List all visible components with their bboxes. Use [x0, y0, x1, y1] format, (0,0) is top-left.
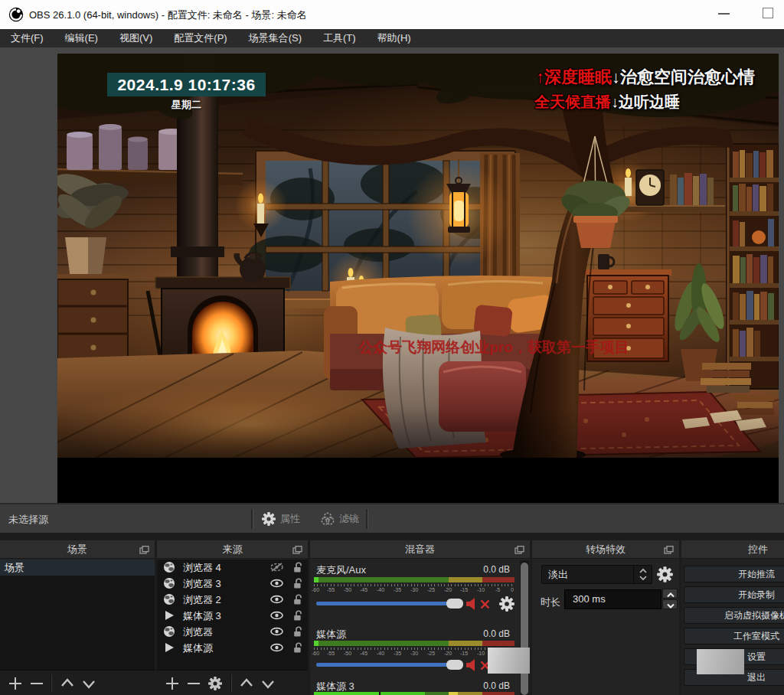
duration-increment-button[interactable]: [662, 589, 678, 599]
meter-tick-label: -40: [377, 587, 384, 592]
visibility-icon[interactable]: [270, 594, 283, 605]
mute-speaker-icon[interactable]: [465, 597, 480, 611]
source-row[interactable]: 浏览器 4: [157, 560, 308, 576]
unlock-icon[interactable]: [292, 642, 304, 654]
menu-file[interactable]: 文件(F): [0, 29, 54, 47]
remove-scene-button[interactable]: [29, 676, 44, 691]
start-recording-button[interactable]: 开始录制: [684, 586, 784, 603]
source-down-button[interactable]: [260, 676, 276, 691]
scene-list-item[interactable]: 场景: [0, 560, 155, 576]
scene-list[interactable]: 场景: [0, 560, 155, 670]
source-row[interactable]: 媒体源 3: [157, 608, 308, 624]
source-row[interactable]: 媒体源: [157, 640, 308, 656]
visibility-icon[interactable]: [270, 578, 283, 589]
source-name: 媒体源 3: [183, 608, 221, 624]
menu-bar: 文件(F) 编辑(E) 视图(V) 配置文件(P) 场景集合(S) 工具(T) …: [0, 29, 784, 47]
scenes-toolbar: [0, 670, 155, 695]
add-source-button[interactable]: [165, 676, 180, 691]
volume-slider-handle[interactable]: [446, 599, 463, 609]
visibility-icon[interactable]: [270, 626, 283, 637]
meter-tick-label: -35: [394, 651, 401, 656]
combo-chevrons: [633, 566, 652, 583]
meter-tick-label: -10: [477, 587, 485, 592]
meter-scale-labels: -60 -55 -50 -45 -40 -35 -30 -25 -20 -15 …: [310, 587, 530, 593]
meter-tick-label: -40: [377, 651, 384, 656]
start-virtual-camera-button[interactable]: 启动虚拟摄像机: [684, 607, 784, 624]
source-properties-button[interactable]: [207, 676, 223, 691]
volume-meter: [314, 692, 514, 695]
duration-input[interactable]: 300 ms: [564, 589, 662, 609]
unlock-icon[interactable]: [292, 594, 304, 605]
transition-settings-gear-icon[interactable]: [656, 566, 674, 583]
meter-tick-label: -30: [410, 651, 418, 656]
mixer-channel-level: 0.0 dB: [483, 680, 510, 691]
minimize-button[interactable]: [718, 13, 730, 15]
add-scene-button[interactable]: [8, 676, 23, 691]
meter-tick-label: 0: [511, 587, 514, 592]
studio-mode-button[interactable]: 工作室模式: [684, 628, 784, 644]
visibility-icon[interactable]: [270, 610, 283, 621]
volume-slider[interactable]: [316, 660, 463, 670]
filters-button[interactable]: 滤镜: [320, 510, 359, 528]
filters-label: 滤镜: [339, 512, 359, 526]
meter-tick-label: -50: [344, 651, 351, 656]
menu-profile[interactable]: 配置文件(P): [163, 29, 237, 47]
popout-icon[interactable]: [664, 546, 674, 554]
visibility-hidden-icon[interactable]: [270, 562, 283, 573]
unlock-icon[interactable]: [292, 626, 304, 638]
visibility-icon[interactable]: [270, 642, 283, 653]
volume-slider[interactable]: [316, 599, 463, 609]
controls-panel: 控件 开始推流 开始录制 启动虚拟摄像机 工作室模式 设置 退出: [681, 540, 784, 695]
meter-tick-label: -10: [477, 651, 485, 656]
obs-logo-icon: [8, 7, 24, 22]
transition-select[interactable]: 淡出: [541, 565, 652, 584]
browser-source-icon: [163, 577, 175, 589]
unlock-icon[interactable]: [292, 610, 304, 622]
popout-icon[interactable]: [139, 546, 149, 554]
mixer-scrollbar[interactable]: [520, 560, 529, 695]
meter-tick-label: -60: [312, 587, 319, 592]
program-canvas[interactable]: 2024.1.9 10:17:36 星期二 ↑深度睡眠↓治愈空间治愈心情 全天候…: [57, 54, 779, 503]
browser-source-icon: [163, 625, 175, 638]
source-row[interactable]: 浏览器: [157, 624, 308, 640]
menu-help[interactable]: 帮助(H): [367, 29, 422, 47]
unlock-icon[interactable]: [292, 562, 304, 573]
menu-view[interactable]: 视图(V): [109, 29, 163, 47]
start-streaming-button[interactable]: 开始推流: [684, 566, 784, 582]
source-row[interactable]: 浏览器 3: [157, 576, 308, 592]
volume-slider-handle[interactable]: [446, 660, 463, 670]
meter-scale-ticks: [314, 584, 514, 586]
properties-button[interactable]: 属性: [261, 510, 300, 528]
toolbar-separator: [51, 674, 52, 692]
source-list[interactable]: 浏览器 4 浏览器 3: [157, 560, 308, 670]
transitions-panel: 转场特效 淡出 时长 300 ms: [532, 540, 679, 695]
meter-tick-label: -55: [327, 651, 335, 656]
scrollbar-handle[interactable]: [521, 563, 528, 695]
mixer-panel-header: 混音器: [310, 540, 530, 559]
maximize-button[interactable]: [763, 8, 773, 18]
remove-source-button[interactable]: [186, 676, 201, 691]
scene-up-button[interactable]: [60, 676, 75, 691]
meter-tick-label: -5: [495, 587, 500, 592]
channel-settings-gear-icon[interactable]: [498, 595, 515, 612]
scenes-panel: 场景 场景: [0, 540, 155, 695]
unlock-icon[interactable]: [292, 578, 304, 589]
duration-decrement-button[interactable]: [662, 599, 678, 609]
source-up-button[interactable]: [239, 676, 254, 691]
volume-meter: [314, 577, 514, 582]
menu-scene-collection[interactable]: 场景集合(S): [238, 29, 312, 47]
mute-speaker-icon[interactable]: [465, 658, 480, 672]
scene-down-button[interactable]: [81, 676, 96, 691]
meter-scale-ticks: [314, 648, 514, 650]
media-source-icon: [163, 641, 175, 654]
meter-tick-label: -15: [460, 587, 468, 592]
meter-tick-label: -45: [360, 587, 368, 592]
popout-icon[interactable]: [292, 546, 302, 554]
source-row[interactable]: 浏览器 2: [157, 592, 308, 608]
preview-area: 2024.1.9 10:17:36 星期二 ↑深度睡眠↓治愈空间治愈心情 全天候…: [0, 47, 784, 503]
menu-tools[interactable]: 工具(T): [312, 29, 367, 47]
menu-edit[interactable]: 编辑(E): [54, 29, 109, 47]
source-name: 浏览器 3: [183, 576, 221, 592]
properties-label: 属性: [280, 512, 300, 526]
popout-icon[interactable]: [514, 546, 524, 554]
